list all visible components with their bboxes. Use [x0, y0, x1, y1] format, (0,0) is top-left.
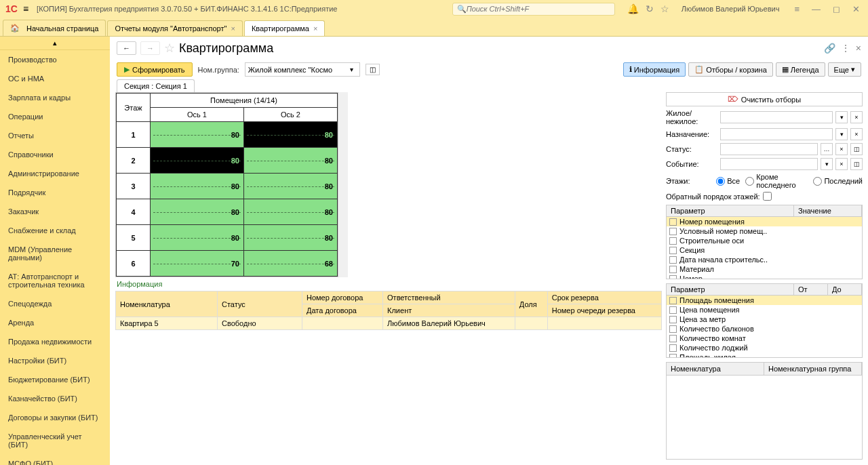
- event-input[interactable]: [720, 158, 818, 170]
- bell-icon[interactable]: 🔔: [627, 3, 639, 14]
- favorite-star-icon[interactable]: ☆: [164, 41, 175, 56]
- sidebar-item[interactable]: Подрядчик: [0, 183, 110, 202]
- clear-field-icon[interactable]: ×: [835, 143, 848, 155]
- param-checkbox[interactable]: [669, 297, 677, 304]
- status-input[interactable]: [720, 143, 818, 155]
- sidebar-item[interactable]: МСФО (БИТ): [0, 454, 110, 465]
- sidebar-item[interactable]: Аренда: [0, 313, 110, 332]
- param-checkbox[interactable]: [669, 256, 677, 264]
- info-row[interactable]: Квартира 5 Свободно Любимов Валерий Юрье…: [116, 317, 662, 330]
- sidebar-collapse[interactable]: ▴: [0, 37, 110, 50]
- sidebar-item[interactable]: Управленческий учет (БИТ): [0, 427, 110, 454]
- param-checkbox[interactable]: [669, 344, 677, 352]
- generate-button[interactable]: ▶ Сформировать: [117, 62, 193, 77]
- legend-button[interactable]: ▦Легенда: [776, 62, 825, 77]
- more-icon[interactable]: ⋮: [841, 43, 850, 54]
- living-input[interactable]: [720, 111, 833, 123]
- sidebar-item[interactable]: АТ: Автотранспорт и строительная техника: [0, 267, 110, 294]
- sidebar-item[interactable]: Бюджетирование (БИТ): [0, 370, 110, 389]
- clear-field-icon[interactable]: ×: [850, 111, 863, 123]
- param-row[interactable]: Цена помещения: [667, 305, 862, 315]
- radio-last[interactable]: Последний: [813, 177, 863, 186]
- param-checkbox[interactable]: [669, 275, 677, 280]
- username[interactable]: Любимов Валерий Юрьевич: [682, 5, 780, 13]
- search-box[interactable]: 🔍: [452, 3, 615, 16]
- grid-vscrollbar[interactable]: [338, 92, 348, 277]
- param-row[interactable]: Количество балконов: [667, 324, 862, 333]
- nom-group-input[interactable]: ▾: [245, 62, 360, 77]
- reverse-checkbox[interactable]: [763, 192, 772, 201]
- param-row[interactable]: Цена за метр: [667, 315, 862, 324]
- star-icon[interactable]: ☆: [660, 3, 669, 14]
- tab-reports[interactable]: Отчеты модуля "Автотранспорт" ×: [107, 20, 242, 36]
- sidebar-item[interactable]: ОС и НМА: [0, 69, 110, 88]
- param-checkbox[interactable]: [669, 218, 677, 226]
- sidebar-item[interactable]: Договоры и закупки (БИТ): [0, 408, 110, 427]
- close-tab-icon[interactable]: ×: [231, 24, 235, 33]
- param-row[interactable]: Номер: [667, 274, 862, 279]
- more-button[interactable]: Еще ▾: [828, 62, 861, 77]
- tab-kvartira[interactable]: Квартирограмма ×: [244, 20, 325, 36]
- sidebar-item[interactable]: Снабжение и склад: [0, 221, 110, 240]
- room-cell[interactable]: 80: [244, 199, 338, 225]
- open-ref-icon[interactable]: ◫: [850, 143, 863, 155]
- radio-all[interactable]: Все: [716, 177, 740, 186]
- param-row[interactable]: Количество лоджий: [667, 343, 862, 352]
- grid-scroll[interactable]: Этаж Помещения (14/14) Ось 1 Ось 2 18080…: [115, 92, 338, 277]
- history-icon[interactable]: ↻: [646, 3, 654, 14]
- tab-home[interactable]: 🏠 Начальная страница: [3, 20, 106, 36]
- room-cell[interactable]: 80: [244, 174, 338, 199]
- info-button[interactable]: ℹИнформация: [623, 62, 686, 77]
- purpose-input[interactable]: [720, 128, 833, 140]
- clear-field-icon[interactable]: ×: [835, 158, 848, 170]
- filters-button[interactable]: 📋Отборы / корзина: [688, 62, 773, 77]
- window-settings-icon[interactable]: ≡: [791, 4, 802, 14]
- maximize-icon[interactable]: ◻: [830, 4, 843, 14]
- sidebar-item[interactable]: Казначейство (БИТ): [0, 389, 110, 408]
- room-cell[interactable]: 80: [151, 148, 244, 174]
- room-cell[interactable]: 70: [151, 251, 244, 277]
- sidebar-item[interactable]: Настройки (БИТ): [0, 351, 110, 370]
- param-checkbox[interactable]: [669, 306, 677, 314]
- param-row[interactable]: Строительные оси: [667, 236, 862, 245]
- param-checkbox[interactable]: [669, 325, 677, 333]
- room-cell[interactable]: 80: [151, 225, 244, 251]
- param-row[interactable]: Дата начала строительс..: [667, 255, 862, 264]
- sidebar-item[interactable]: Операции: [0, 107, 110, 126]
- dropdown-icon[interactable]: ▾: [347, 64, 357, 75]
- sidebar-item[interactable]: Справочники: [0, 145, 110, 164]
- param-checkbox[interactable]: [669, 266, 677, 273]
- main-menu-icon[interactable]: ≡: [23, 3, 28, 14]
- param-row[interactable]: Номер помещения: [667, 217, 862, 226]
- param-row[interactable]: Количество комнат: [667, 333, 862, 343]
- nav-fwd-button[interactable]: →: [140, 41, 160, 55]
- sidebar-item[interactable]: Спецодежда: [0, 294, 110, 313]
- sidebar-item[interactable]: Заказчик: [0, 202, 110, 221]
- param-checkbox[interactable]: [669, 247, 677, 254]
- sidebar-item[interactable]: MDM (Управление данными): [0, 240, 110, 267]
- param-row[interactable]: Материал: [667, 264, 862, 274]
- room-cell[interactable]: 80: [244, 148, 338, 174]
- room-cell[interactable]: 80: [244, 122, 338, 148]
- room-cell[interactable]: 80: [151, 122, 244, 148]
- link-icon[interactable]: 🔗: [824, 43, 835, 54]
- param-row[interactable]: Площадь помещения: [667, 296, 862, 305]
- room-cell[interactable]: 80: [151, 199, 244, 225]
- room-cell[interactable]: 80: [244, 225, 338, 251]
- open-ref-icon[interactable]: ◫: [850, 158, 863, 170]
- radio-except[interactable]: Кроме последнего: [745, 173, 808, 189]
- clear-filters-button[interactable]: ⌦ Очистить отборы: [666, 92, 863, 106]
- dropdown-icon[interactable]: ▾: [821, 158, 833, 170]
- param-checkbox[interactable]: [669, 228, 677, 235]
- param-row[interactable]: Секция: [667, 245, 862, 255]
- room-cell[interactable]: 68: [244, 251, 338, 277]
- dropdown-icon[interactable]: ▾: [835, 128, 848, 140]
- minimize-icon[interactable]: —: [809, 4, 823, 14]
- open-ref-button[interactable]: ◫: [366, 64, 380, 75]
- param-checkbox[interactable]: [669, 354, 677, 359]
- sidebar-item[interactable]: Отчеты: [0, 126, 110, 145]
- nav-back-button[interactable]: ←: [117, 41, 136, 55]
- dropdown-icon[interactable]: ▾: [835, 111, 848, 123]
- param-row[interactable]: Площадь жилая: [667, 352, 862, 358]
- close-window-icon[interactable]: ✕: [850, 4, 863, 14]
